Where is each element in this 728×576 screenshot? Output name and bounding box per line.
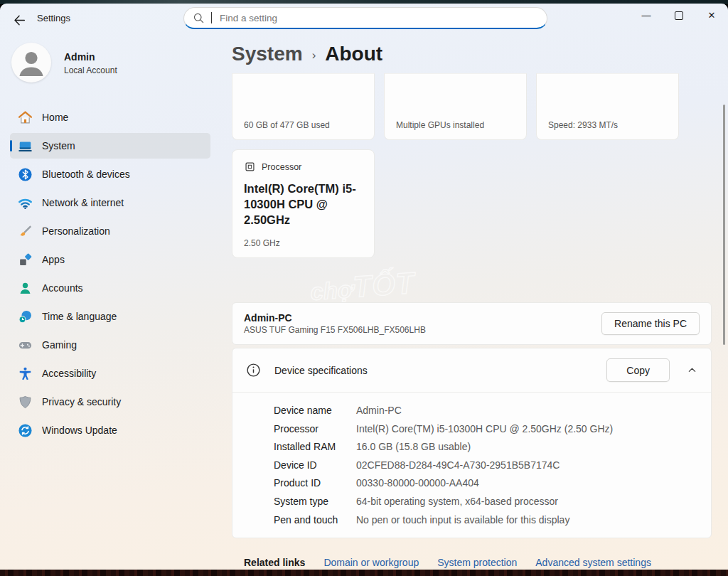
sidebar-item-label: Time & language (42, 311, 117, 322)
accounts-icon (18, 281, 33, 296)
sidebar-item-label: System (42, 140, 75, 151)
close-button[interactable]: ✕ (695, 4, 728, 27)
window-controls: — ✕ (630, 4, 728, 27)
sidebar-item-label: Apps (42, 254, 65, 265)
collapse-expander-button[interactable] (681, 360, 702, 381)
related-links: Related links Domain or workgroup System… (244, 557, 651, 568)
spec-label: Device name (274, 402, 356, 420)
spec-value: No pen or touch input is available for t… (356, 511, 569, 530)
device-specifications-title: Device specifications (274, 365, 606, 376)
gpu-card-footer: Multiple GPUs installed (396, 120, 484, 130)
device-specifications-header[interactable]: Device specifications Copy (232, 348, 711, 393)
chevron-up-icon (687, 365, 697, 375)
search-input[interactable] (218, 12, 538, 24)
spec-row-pen-and-touch: Pen and touchNo pen or touch input is av… (274, 511, 711, 530)
device-name: Admin-PC (244, 312, 426, 324)
back-button[interactable] (9, 9, 30, 31)
sidebar-item-system[interactable]: System (10, 133, 210, 159)
close-icon: ✕ (708, 10, 716, 21)
spec-row-system-type: System type64-bit operating system, x64-… (274, 493, 711, 511)
processor-card-label: Processor (262, 162, 301, 172)
breadcrumb-separator: › (312, 48, 316, 63)
spec-value: 16.0 GB (15.8 GB usable) (356, 438, 471, 457)
sidebar-item-label: Windows Update (42, 425, 117, 436)
sidebar-item-label: Bluetooth & devices (42, 169, 130, 180)
link-advanced-system-settings[interactable]: Advanced system settings (535, 557, 651, 568)
apps-icon (18, 252, 33, 267)
sidebar-nav: Home System Bluetooth & devices Network … (10, 105, 210, 446)
device-name-card: Admin-PC ASUS TUF Gaming F15 FX506LHB_FX… (232, 302, 712, 345)
sidebar-item-privacy-security[interactable]: Privacy & security (10, 389, 210, 415)
search-icon (193, 12, 205, 24)
spec-value: Admin-PC (356, 402, 402, 420)
storage-card-footer: 60 GB of 477 GB used (244, 120, 330, 130)
sidebar-item-time-language[interactable]: Time & language (10, 304, 210, 329)
device-specifications-rows: Device nameAdmin-PC ProcessorIntel(R) Co… (232, 393, 711, 529)
spec-label: Processor (274, 420, 356, 439)
device-model: ASUS TUF Gaming F15 FX506LHB_FX506LHB (244, 325, 426, 335)
spec-label: Product ID (274, 474, 356, 493)
breadcrumb-parent[interactable]: System (232, 43, 303, 65)
sidebar-item-apps[interactable]: Apps (10, 247, 210, 272)
selection-accent-bar (10, 140, 12, 151)
sidebar-item-label: Network & internet (42, 197, 124, 208)
processor-card: Processor Intel(R) Core(TM) i5-10300H CP… (232, 149, 375, 258)
person-icon (11, 43, 51, 82)
windows-update-icon (18, 423, 33, 438)
minimize-icon: — (642, 10, 651, 21)
rename-pc-button[interactable]: Rename this PC (601, 312, 700, 335)
spec-value: 00330-80000-00000-AA404 (356, 474, 479, 493)
sidebar-item-gaming[interactable]: Gaming (10, 332, 210, 358)
copy-button[interactable]: Copy (606, 358, 670, 382)
sidebar-item-label: Accounts (42, 282, 83, 294)
spec-row-product-id: Product ID00330-80000-00000-AA404 (274, 474, 711, 493)
watermark-text-left: chợ (309, 276, 354, 305)
link-system-protection[interactable]: System protection (437, 557, 517, 568)
processor-card-title: Intel(R) Core(TM) i5-10300H CPU @ 2.50GH… (244, 181, 363, 228)
sidebar-item-label: Gaming (42, 339, 77, 351)
page-title: About (325, 43, 382, 65)
breadcrumb: System › About (232, 43, 382, 65)
spec-row-device-id: Device ID02CFED88-D284-49C4-A730-2951B5B… (274, 457, 711, 475)
processor-card-footer: 2.50 GHz (244, 238, 280, 248)
spec-value: 02CFED88-D284-49C4-A730-2951B5B7174C (356, 457, 560, 475)
sidebar-item-network-internet[interactable]: Network & internet (10, 190, 210, 215)
search-box[interactable] (183, 7, 547, 29)
spec-value: 64-bit operating system, x64-based proce… (356, 493, 558, 511)
ram-speed-card-footer: Speed: 2933 MT/s (548, 120, 618, 130)
spec-value: Intel(R) Core(TM) i5-10300H CPU @ 2.50GH… (356, 420, 613, 439)
accessibility-icon (18, 366, 33, 381)
sidebar-item-accounts[interactable]: Accounts (10, 275, 210, 301)
settings-window: Settings — ✕ Admin Local Account Home Sy… (0, 0, 728, 576)
desktop-wallpaper-bottom (0, 569, 728, 576)
bluetooth-icon (18, 167, 33, 182)
device-specifications-card: Device specifications Copy Device nameAd… (232, 348, 712, 538)
spec-row-installed-ram: Installed RAM16.0 GB (15.8 GB usable) (274, 438, 711, 457)
sidebar-item-label: Personalization (42, 225, 110, 237)
related-links-title: Related links (244, 557, 305, 568)
personalization-icon (18, 224, 33, 239)
info-icon (246, 363, 261, 378)
ram-speed-card: Speed: 2933 MT/s (536, 73, 679, 140)
maximize-button[interactable] (663, 4, 695, 27)
spec-label: Pen and touch (274, 511, 356, 530)
sidebar-item-bluetooth-devices[interactable]: Bluetooth & devices (10, 161, 210, 187)
watermark-text-right: TỐT (352, 266, 416, 304)
system-icon (18, 139, 33, 154)
sidebar-item-accessibility[interactable]: Accessibility (10, 361, 210, 386)
minimize-button[interactable]: — (630, 4, 663, 27)
settings-app: Settings — ✕ Admin Local Account Home Sy… (0, 4, 728, 570)
sidebar-item-windows-update[interactable]: Windows Update (10, 417, 210, 443)
cpu-icon (244, 161, 256, 173)
chotot-watermark: chợTỐT (309, 266, 417, 307)
sidebar-item-personalization[interactable]: Personalization (10, 218, 210, 244)
avatar[interactable] (11, 43, 51, 82)
device-identity: Admin-PC ASUS TUF Gaming F15 FX506LHB_FX… (244, 312, 426, 335)
vertical-scrollbar-thumb[interactable] (723, 105, 725, 345)
storage-card: 60 GB of 477 GB used (232, 73, 375, 140)
maximize-icon (675, 11, 683, 20)
sidebar-item-home[interactable]: Home (10, 105, 210, 130)
gpu-card: Multiple GPUs installed (384, 73, 527, 140)
overview-cards-row: 60 GB of 477 GB used Multiple GPUs insta… (232, 73, 679, 140)
link-domain-or-workgroup[interactable]: Domain or workgroup (323, 557, 419, 568)
